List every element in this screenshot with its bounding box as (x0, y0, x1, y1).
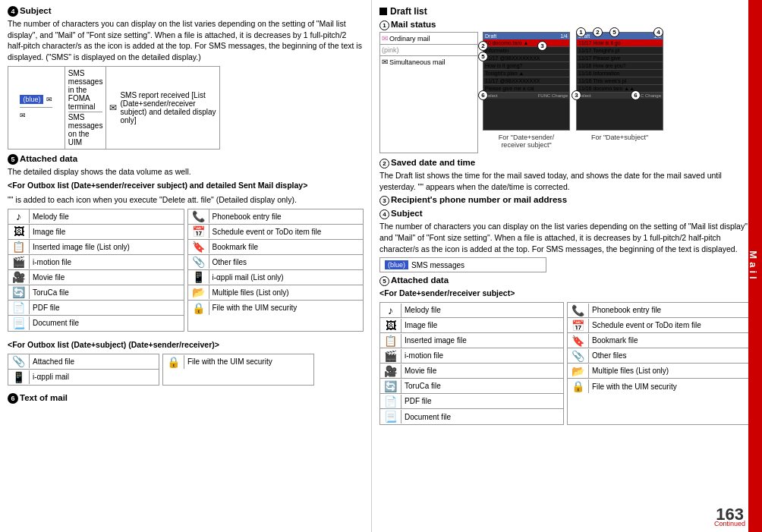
right-section4: 4Subject The number of characters you ca… (379, 209, 751, 272)
section5-body2: "" is added to each icon when you execut… (8, 194, 364, 206)
r-movie-text: Movie file (401, 365, 563, 376)
ordinary-label: Ordinary mail (389, 35, 430, 42)
screen2-relative: Draft 1/3 11/17 How is it go 11/17 Tonig… (576, 32, 663, 131)
sms-blue-icon: ✉ (46, 96, 52, 103)
screen-container: Draft 1/4 10 docomo.taro ▲ Informatin 11… (483, 32, 663, 149)
r-bookmark-text: Bookmark file (589, 335, 751, 346)
screen1-title: Draft (485, 33, 496, 39)
outbox-date-right: 🔒File with the UIM security (162, 354, 314, 386)
draft-list-title: Draft list (390, 6, 427, 17)
r-toruca-row: 🔄ToruCa file (380, 379, 563, 394)
overlay2-num1: 1 (576, 27, 586, 37)
phonebook-text: Phonebook entry file (209, 211, 364, 222)
screen2-topbar: Draft 1/3 (577, 33, 663, 39)
iappli-text: i-αppli mail (30, 371, 159, 382)
phonebook-icon: 📞 (188, 209, 209, 223)
ordinary-icon: ✉ (382, 34, 388, 42)
status-table: ✉ Ordinary mail (pink) ✉ Simultaneous ma… (379, 32, 478, 153)
pdf-text: PDF file (30, 302, 184, 313)
r-other-row: 📎Other files (568, 348, 751, 364)
file-row-inserted: 📋Inserted image file (List only) (8, 240, 184, 255)
left-column: 4Subject The number of characters you ca… (0, 0, 372, 532)
screen1-item6: 11/17 @9BXXXXXXXX (483, 77, 569, 85)
right-section1: 1Mail status ✉ Ordinary mail (pink) ✉ Si… (379, 20, 751, 153)
screen1-topbar: Draft 1/4 (483, 33, 569, 39)
right-s3-num: 3 (379, 196, 389, 206)
file-table-left: ♪Melody file 🖼Image file 📋Inserted image… (8, 209, 184, 332)
r-pdf-text: PDF file (401, 395, 563, 407)
section4-body: The number of characters you can display… (8, 18, 364, 63)
outbox-date-right-col: 🔒File with the UIM security (163, 354, 313, 385)
ordinary-row: ✉ Ordinary mail (380, 33, 477, 45)
screen1-func: FUNC Change (538, 93, 568, 98)
screens-wrapper: Draft 1/4 10 docomo.taro ▲ Informatin 11… (483, 32, 663, 153)
right-sms-badge: (blue) SMS messages (379, 257, 546, 272)
overlay-num2: 2 (478, 41, 488, 51)
outbox-date-label: <For Outbox list (Date+subject) (Date+se… (8, 339, 364, 351)
section5-body1: The detailed display shows the data volu… (8, 166, 364, 178)
sched-icon: 📅 (188, 225, 209, 238)
screen1: Draft 1/4 10 docomo.taro ▲ Informatin 11… (483, 32, 570, 131)
doc-icon: 📃 (8, 316, 30, 330)
right-s4-body: The number of characters you can display… (379, 221, 751, 254)
file-row-imotion: 🎬i-motion file (8, 255, 184, 270)
screen2-item5: 11/16 Information (577, 70, 663, 77)
uim-icon: 🔒 (188, 301, 209, 315)
screen2-item1: 11/17 How is it go (577, 39, 663, 47)
right-section2: 2Saved date and time The Draft list show… (379, 158, 751, 192)
image-text: Image file (30, 226, 184, 238)
overlay-num6: 6 (478, 90, 488, 100)
r-sched-text: Schedule event or ToDo item file (589, 320, 751, 331)
right-s5-num: 5 (379, 276, 389, 286)
screen1-pages: 1/4 (560, 33, 568, 39)
r-doc-row: 📃Document file (380, 409, 563, 424)
r-phonebook-icon: 📞 (568, 304, 589, 317)
file-row-phonebook: 📞Phonebook entry file (188, 209, 364, 225)
file-left-col: ♪Melody file 🖼Image file 📋Inserted image… (8, 209, 184, 331)
continued-label: Continued (714, 520, 745, 527)
inserted-icon: 📋 (8, 240, 30, 253)
r-movie-icon: 🎥 (380, 364, 401, 378)
screen2-item2: 11/17 Tonight's pl (577, 47, 663, 55)
overlay-num5: 5 (478, 52, 488, 61)
right-s5-for-date: <For Date+sender/receiver subject> (379, 288, 751, 299)
file-row-other: 📎Other files (188, 255, 364, 270)
screen2-item4: 11/16 How are you? (577, 62, 663, 70)
toruca-icon: 🔄 (8, 285, 30, 299)
mail-label: Mail (748, 250, 759, 282)
toruca-text: ToruCa file (30, 287, 184, 298)
pink-note: (pink) (380, 45, 477, 55)
right-s1-num: 1 (379, 20, 389, 30)
screen2-item7: 11/16 docomo.taro ▲▲ (577, 85, 663, 93)
screen1-relative: Draft 1/4 10 docomo.taro ▲ Informatin 11… (483, 32, 570, 131)
right-s2-title: 2Saved date and time (379, 158, 751, 168)
right-sms-text: SMS messages (411, 261, 464, 269)
movie-text: Movie file (30, 272, 184, 283)
file-row-doc: 📃Document file (8, 316, 184, 331)
screen2-wrapper: Draft 1/3 11/17 How is it go 11/17 Tonig… (576, 32, 663, 149)
section5-num: 5 (8, 154, 18, 165)
right-file-table-wrapper: ♪Melody file 🖼Image file 📋Inserted image… (379, 302, 751, 430)
appli-icon: 📱 (188, 270, 209, 284)
imotion-text: i-motion file (30, 257, 184, 268)
file-row-movie: 🎥Movie file (8, 270, 184, 285)
right-section5: 5Attached data <For Date+sender/receiver… (379, 275, 751, 430)
melody-text: Melody file (30, 211, 184, 222)
section6-num: 6 (8, 393, 18, 404)
screen2-bottom: Select FUNC Change (577, 93, 663, 99)
uim-text: File with the UIM security (209, 302, 364, 313)
right-column: Draft list 1Mail status ✉ Ordinary mail … (372, 0, 762, 532)
uim-row2: 🔒File with the UIM security (163, 354, 313, 370)
file-row-sched: 📅Schedule event or ToDo item file (188, 225, 364, 240)
file-row-image: 🖼Image file (8, 225, 184, 240)
file-right-col: 📞Phonebook entry file 📅Schedule event or… (188, 209, 364, 331)
right-section1-title: 1Mail status (379, 20, 751, 30)
r-movie-row: 🎥Movie file (380, 364, 563, 379)
iappli-row: 📱i-αppli mail (8, 370, 159, 385)
right-file-left-col: ♪Melody file 🖼Image file 📋Inserted image… (380, 303, 563, 424)
sms-left-icons: (blue) ✉ ✉ (8, 67, 65, 149)
screen1-item4: How is it going? (483, 62, 569, 70)
r-uim-row: 🔒File with the UIM security (568, 379, 751, 394)
r-inserted-icon: 📋 (380, 334, 401, 348)
sms-foma-row: SMS messages in the FOMA terminal (68, 68, 103, 112)
